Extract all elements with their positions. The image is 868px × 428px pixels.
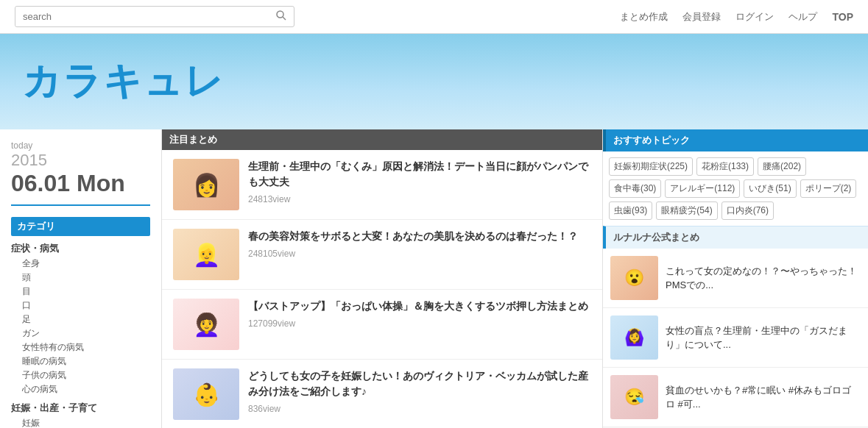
nav-register[interactable]: 会員登録 <box>682 10 721 24</box>
luna-title-2[interactable]: 女性の盲点？生理前・生理中の「ガスだまり」について... <box>666 324 861 352</box>
center-section-header: 注目まとめ <box>162 129 602 150</box>
article-thumbnail-3: 👩‍🦱 <box>173 299 239 350</box>
center-content: 注目まとめ 👩 生理前・生理中の「むくみ」原因と解消法！デート当日に顔がパンパン… <box>162 129 603 428</box>
article-thumbnail-1: 👩 <box>173 159 239 210</box>
cat-child-atama[interactable]: 頭 <box>11 271 150 284</box>
article-item: 👱‍♀️ 春の美容対策をサボると大変！あなたの美肌を決めるのは春だった！？ 24… <box>162 220 602 290</box>
topic-tag[interactable]: ポリープ(2) <box>800 179 857 198</box>
cat-child-zenshin[interactable]: 全身 <box>11 257 150 270</box>
svg-point-0 <box>277 11 283 18</box>
cat-child-ashi[interactable]: 足 <box>11 313 150 326</box>
article-body-2: 春の美容対策をサボると大変！あなたの美肌を決めるのは春だった！？ 248105v… <box>248 229 591 259</box>
article-body-1: 生理前・生理中の「むくみ」原因と解消法！デート当日に顔がパンパンでも大丈夫 24… <box>248 159 591 204</box>
cat-child-kuchi[interactable]: 口 <box>11 299 150 312</box>
category-title: カテゴリ <box>11 217 150 236</box>
search-button[interactable] <box>269 7 294 26</box>
nav-help[interactable]: ヘルプ <box>788 10 817 24</box>
topic-tag[interactable]: 眼精疲労(54) <box>656 201 717 220</box>
site-logo: カラキュレ <box>22 56 225 107</box>
right-sidebar: おすすめトピック 妊娠初期症状(225) 花粉症(133) 腰痛(202) 食中… <box>603 129 868 428</box>
luna-image-2: 🙆‍♀️ <box>610 315 658 360</box>
article-title-2[interactable]: 春の美容対策をサボると大変！あなたの美肌を決めるのは春だった！？ <box>248 229 591 244</box>
header-banner: カラキュレ <box>0 34 868 129</box>
nav-login[interactable]: ログイン <box>735 10 774 24</box>
luna-section-header: ルナルナ公式まとめ <box>603 226 868 249</box>
article-item: 👩 生理前・生理中の「むくみ」原因と解消法！デート当日に顔がパンパンでも大丈夫 … <box>162 150 602 220</box>
search-form <box>15 6 294 27</box>
main-container: today 2015 06.01 Mon カテゴリ 症状・病気 全身 頭 目 口… <box>0 129 868 428</box>
luna-thumbnail-3: 😪 <box>610 375 658 419</box>
topic-tag[interactable]: 腰痛(202) <box>758 157 806 176</box>
article-image-3: 👩‍🦱 <box>173 299 239 350</box>
article-title-1[interactable]: 生理前・生理中の「むくみ」原因と解消法！デート当日に顔がパンパンでも大丈夫 <box>248 159 591 190</box>
article-views-3: 127099view <box>248 318 591 329</box>
article-views-4: 836view <box>248 404 591 414</box>
cat-child-kokoro[interactable]: 心の病気 <box>11 383 150 396</box>
sidebar: today 2015 06.01 Mon カテゴリ 症状・病気 全身 頭 目 口… <box>0 129 162 428</box>
article-thumbnail-4: 👶 <box>173 368 239 420</box>
article-item: 👶 どうしても女の子を妊娠したい！あのヴィクトリア・ベッカムが試した産み分け法を… <box>162 360 602 428</box>
category-section: カテゴリ 症状・病気 全身 頭 目 口 足 ガン 女性特有の病気 睡眠の病気 子… <box>11 217 150 428</box>
topic-tag[interactable]: 口内炎(76) <box>721 201 774 220</box>
cat-parent-pregnancy: 妊娠・出産・子育て <box>11 402 150 415</box>
article-image-1: 👩 <box>173 159 239 210</box>
topic-tag[interactable]: いびき(51) <box>744 179 796 198</box>
search-icon <box>276 10 286 21</box>
topic-tag[interactable]: アレルギー(112) <box>665 179 740 198</box>
luna-article-item: 🙆‍♀️ 女性の盲点？生理前・生理中の「ガスだまり」について... <box>603 308 868 368</box>
article-views-1: 24813view <box>248 194 591 204</box>
luna-article-item: 😪 貧血のせいかも？#常に眠い #休みもゴロゴロ #可... <box>603 368 868 427</box>
luna-section: ルナルナ公式まとめ 😮 これって女の定めなの！？〜やっちゃった！PMSでの...… <box>603 226 868 427</box>
article-item: 👩‍🦱 【バストアップ】「おっぱい体操」＆胸を大きくするツボ押し方法まとめ 12… <box>162 290 602 360</box>
article-views-2: 248105view <box>248 249 591 259</box>
nav-top[interactable]: TOP <box>832 11 853 23</box>
article-body-3: 【バストアップ】「おっぱい体操」＆胸を大きくするツボ押し方法まとめ 127099… <box>248 299 591 329</box>
article-list: 👩 生理前・生理中の「むくみ」原因と解消法！デート当日に顔がパンパンでも大丈夫 … <box>162 150 602 428</box>
cat-child-ninshin[interactable]: 妊娠 <box>11 417 150 428</box>
top-bar: まとめ作成 会員登録 ログイン ヘルプ TOP <box>0 0 868 34</box>
cat-child-me[interactable]: 目 <box>11 285 150 298</box>
article-title-3[interactable]: 【バストアップ】「おっぱい体操」＆胸を大きくするツボ押し方法まとめ <box>248 299 591 314</box>
luna-thumbnail-2: 🙆‍♀️ <box>610 315 658 360</box>
luna-article-item: 😮 これって女の定めなの！？〜やっちゃった！PMSでの... <box>603 249 868 308</box>
luna-image-1: 😮 <box>610 256 658 300</box>
topic-tag[interactable]: 妊娠初期症状(225) <box>609 157 693 176</box>
svg-line-1 <box>283 17 286 20</box>
topics-section-header: おすすめトピック <box>603 129 868 151</box>
article-image-4: 👶 <box>173 368 239 420</box>
article-body-4: どうしても女の子を妊娠したい！あのヴィクトリア・ベッカムが試した産み分け法をご紹… <box>248 368 591 414</box>
luna-title-3[interactable]: 貧血のせいかも？#常に眠い #休みもゴロゴロ #可... <box>666 383 861 412</box>
topics-section: おすすめトピック 妊娠初期症状(225) 花粉症(133) 腰痛(202) 食中… <box>603 129 868 226</box>
topic-tag[interactable]: 花粉症(133) <box>696 157 754 176</box>
date-year: 2015 <box>11 151 150 170</box>
luna-title-1[interactable]: これって女の定めなの！？〜やっちゃった！PMSでの... <box>666 264 861 293</box>
topics-grid: 妊娠初期症状(225) 花粉症(133) 腰痛(202) 食中毒(30) アレル… <box>603 151 868 226</box>
search-input[interactable] <box>15 7 269 26</box>
article-title-4[interactable]: どうしても女の子を妊娠したい！あのヴィクトリア・ベッカムが試した産み分け法をご紹… <box>248 368 591 399</box>
date-today-label: today <box>11 140 150 151</box>
date-day: 06.01 Mon <box>11 170 150 197</box>
cat-child-suimin[interactable]: 睡眠の病気 <box>11 355 150 368</box>
cat-child-gan[interactable]: ガン <box>11 327 150 340</box>
luna-thumbnail-1: 😮 <box>610 256 658 300</box>
article-thumbnail-2: 👱‍♀️ <box>173 229 239 280</box>
topic-tag[interactable]: 食中毒(30) <box>609 179 661 198</box>
cat-child-kodomo[interactable]: 子供の病気 <box>11 369 150 382</box>
topic-tag[interactable]: 虫歯(93) <box>609 201 652 220</box>
article-image-2: 👱‍♀️ <box>173 229 239 280</box>
luna-image-3: 😪 <box>610 375 658 419</box>
cat-parent-symptoms: 症状・病気 <box>11 242 150 255</box>
nav-links: まとめ作成 会員登録 ログイン ヘルプ TOP <box>620 10 853 24</box>
nav-create[interactable]: まとめ作成 <box>620 10 668 24</box>
cat-child-joseikoyuu[interactable]: 女性特有の病気 <box>11 341 150 354</box>
date-section: today 2015 06.01 Mon <box>11 140 150 206</box>
